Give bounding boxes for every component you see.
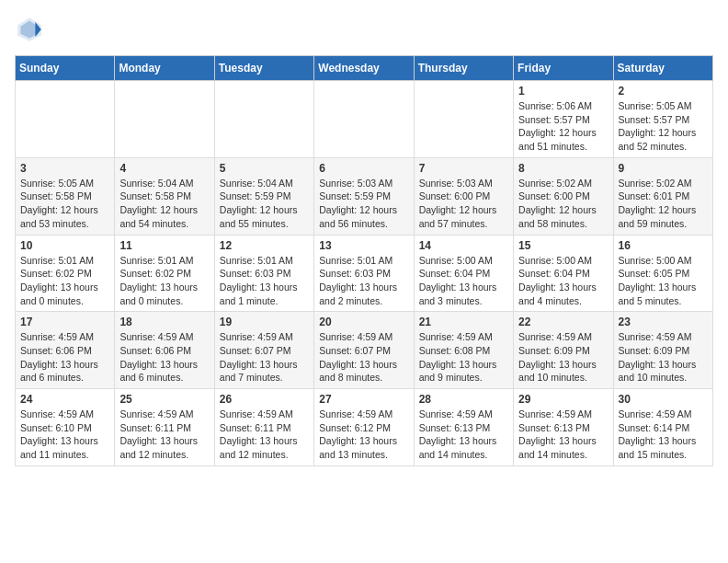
day-info: Sunrise: 5:05 AMSunset: 5:58 PMDaylight:… — [20, 177, 109, 231]
calendar-cell: 12Sunrise: 5:01 AMSunset: 6:03 PMDayligh… — [214, 235, 313, 312]
day-number: 19 — [220, 316, 309, 328]
day-number: 10 — [20, 239, 109, 252]
calendar-cell: 3Sunrise: 5:05 AMSunset: 5:58 PMDaylight… — [16, 157, 115, 235]
calendar-cell — [115, 81, 214, 158]
calendar-cell: 10Sunrise: 5:01 AMSunset: 6:02 PMDayligh… — [16, 235, 115, 312]
day-info: Sunrise: 5:03 AMSunset: 6:00 PMDaylight:… — [419, 177, 508, 231]
calendar-cell: 8Sunrise: 5:02 AMSunset: 6:00 PMDaylight… — [514, 157, 613, 235]
calendar-cell: 22Sunrise: 4:59 AMSunset: 6:09 PMDayligh… — [514, 312, 613, 389]
day-info: Sunrise: 4:59 AMSunset: 6:11 PMDaylight:… — [220, 408, 309, 462]
day-info: Sunrise: 5:01 AMSunset: 6:02 PMDaylight:… — [20, 254, 109, 308]
day-number: 27 — [319, 393, 408, 406]
day-number: 30 — [619, 393, 708, 406]
day-number: 20 — [319, 316, 408, 328]
calendar-week-4: 17Sunrise: 4:59 AMSunset: 6:06 PMDayligh… — [16, 312, 713, 389]
calendar-cell: 5Sunrise: 5:04 AMSunset: 5:59 PMDaylight… — [214, 157, 313, 235]
calendar-header-tuesday: Tuesday — [214, 56, 313, 81]
day-info: Sunrise: 5:02 AMSunset: 6:01 PMDaylight:… — [619, 177, 708, 231]
calendar-cell: 27Sunrise: 4:59 AMSunset: 6:12 PMDayligh… — [314, 389, 414, 466]
calendar: SundayMondayTuesdayWednesdayThursdayFrid… — [15, 55, 713, 466]
logo-icon — [15, 15, 44, 44]
calendar-header-monday: Monday — [115, 56, 214, 81]
calendar-cell: 15Sunrise: 5:00 AMSunset: 6:04 PMDayligh… — [514, 235, 613, 312]
day-info: Sunrise: 5:04 AMSunset: 5:58 PMDaylight:… — [119, 177, 209, 231]
day-number: 7 — [419, 162, 508, 175]
calendar-cell: 16Sunrise: 5:00 AMSunset: 6:05 PMDayligh… — [613, 235, 712, 312]
day-info: Sunrise: 4:59 AMSunset: 6:06 PMDaylight:… — [119, 330, 209, 385]
day-number: 11 — [119, 239, 209, 252]
calendar-cell — [414, 81, 513, 158]
day-info: Sunrise: 4:59 AMSunset: 6:06 PMDaylight:… — [20, 330, 109, 385]
day-info: Sunrise: 4:59 AMSunset: 6:13 PMDaylight:… — [518, 408, 608, 462]
day-info: Sunrise: 5:04 AMSunset: 5:59 PMDaylight:… — [220, 177, 309, 231]
calendar-header-wednesday: Wednesday — [314, 56, 414, 81]
day-info: Sunrise: 5:01 AMSunset: 6:02 PMDaylight:… — [119, 254, 209, 308]
day-info: Sunrise: 5:01 AMSunset: 6:03 PMDaylight:… — [220, 254, 309, 308]
day-number: 5 — [220, 162, 309, 175]
calendar-week-5: 24Sunrise: 4:59 AMSunset: 6:10 PMDayligh… — [16, 389, 713, 466]
calendar-cell: 19Sunrise: 4:59 AMSunset: 6:07 PMDayligh… — [214, 312, 313, 389]
calendar-cell: 28Sunrise: 4:59 AMSunset: 6:13 PMDayligh… — [414, 389, 513, 466]
day-number: 1 — [518, 85, 608, 98]
day-info: Sunrise: 5:00 AMSunset: 6:05 PMDaylight:… — [619, 254, 708, 308]
day-info: Sunrise: 4:59 AMSunset: 6:09 PMDaylight:… — [518, 330, 608, 385]
day-info: Sunrise: 4:59 AMSunset: 6:07 PMDaylight:… — [220, 330, 309, 385]
day-number: 21 — [419, 316, 508, 328]
calendar-header-friday: Friday — [514, 56, 613, 81]
calendar-cell: 4Sunrise: 5:04 AMSunset: 5:58 PMDaylight… — [115, 157, 214, 235]
calendar-header-thursday: Thursday — [414, 56, 513, 81]
day-info: Sunrise: 4:59 AMSunset: 6:11 PMDaylight:… — [119, 408, 209, 462]
day-number: 9 — [619, 162, 708, 175]
calendar-cell: 6Sunrise: 5:03 AMSunset: 5:59 PMDaylight… — [314, 157, 414, 235]
calendar-cell — [16, 81, 115, 158]
calendar-cell: 24Sunrise: 4:59 AMSunset: 6:10 PMDayligh… — [16, 389, 115, 466]
calendar-week-3: 10Sunrise: 5:01 AMSunset: 6:02 PMDayligh… — [16, 235, 713, 312]
calendar-cell: 11Sunrise: 5:01 AMSunset: 6:02 PMDayligh… — [115, 235, 214, 312]
day-number: 4 — [119, 162, 209, 175]
calendar-cell: 23Sunrise: 4:59 AMSunset: 6:09 PMDayligh… — [613, 312, 712, 389]
day-number: 29 — [518, 393, 608, 406]
day-info: Sunrise: 4:59 AMSunset: 6:12 PMDaylight:… — [319, 408, 408, 462]
calendar-cell: 13Sunrise: 5:01 AMSunset: 6:03 PMDayligh… — [314, 235, 414, 312]
calendar-cell: 2Sunrise: 5:05 AMSunset: 5:57 PMDaylight… — [613, 81, 712, 158]
calendar-cell: 18Sunrise: 4:59 AMSunset: 6:06 PMDayligh… — [115, 312, 214, 389]
day-number: 2 — [619, 85, 708, 98]
calendar-cell: 17Sunrise: 4:59 AMSunset: 6:06 PMDayligh… — [16, 312, 115, 389]
day-info: Sunrise: 5:00 AMSunset: 6:04 PMDaylight:… — [419, 254, 508, 308]
day-info: Sunrise: 4:59 AMSunset: 6:08 PMDaylight:… — [419, 330, 508, 385]
day-number: 23 — [619, 316, 708, 328]
day-info: Sunrise: 5:01 AMSunset: 6:03 PMDaylight:… — [319, 254, 408, 308]
day-info: Sunrise: 5:00 AMSunset: 6:04 PMDaylight:… — [518, 254, 608, 308]
calendar-cell: 1Sunrise: 5:06 AMSunset: 5:57 PMDaylight… — [514, 81, 613, 158]
day-number: 3 — [20, 162, 109, 175]
day-info: Sunrise: 5:02 AMSunset: 6:00 PMDaylight:… — [518, 177, 608, 231]
day-number: 14 — [419, 239, 508, 252]
day-info: Sunrise: 4:59 AMSunset: 6:10 PMDaylight:… — [20, 408, 109, 462]
day-info: Sunrise: 4:59 AMSunset: 6:13 PMDaylight:… — [419, 408, 508, 462]
day-info: Sunrise: 5:03 AMSunset: 5:59 PMDaylight:… — [319, 177, 408, 231]
day-number: 25 — [119, 393, 209, 406]
day-info: Sunrise: 4:59 AMSunset: 6:07 PMDaylight:… — [319, 330, 408, 385]
day-number: 18 — [119, 316, 209, 328]
calendar-header-saturday: Saturday — [613, 56, 712, 81]
day-number: 26 — [220, 393, 309, 406]
day-info: Sunrise: 5:05 AMSunset: 5:57 PMDaylight:… — [619, 99, 708, 154]
logo — [15, 15, 48, 44]
calendar-cell: 20Sunrise: 4:59 AMSunset: 6:07 PMDayligh… — [314, 312, 414, 389]
day-info: Sunrise: 4:59 AMSunset: 6:09 PMDaylight:… — [619, 330, 708, 385]
calendar-cell: 9Sunrise: 5:02 AMSunset: 6:01 PMDaylight… — [613, 157, 712, 235]
page-header — [15, 15, 713, 44]
day-number: 17 — [20, 316, 109, 328]
calendar-cell: 30Sunrise: 4:59 AMSunset: 6:14 PMDayligh… — [613, 389, 712, 466]
day-number: 22 — [518, 316, 608, 328]
calendar-cell — [214, 81, 313, 158]
day-number: 28 — [419, 393, 508, 406]
calendar-week-2: 3Sunrise: 5:05 AMSunset: 5:58 PMDaylight… — [16, 157, 713, 235]
calendar-cell: 21Sunrise: 4:59 AMSunset: 6:08 PMDayligh… — [414, 312, 513, 389]
day-number: 6 — [319, 162, 408, 175]
day-number: 12 — [220, 239, 309, 252]
day-number: 15 — [518, 239, 608, 252]
calendar-header-sunday: Sunday — [16, 56, 115, 81]
day-number: 24 — [20, 393, 109, 406]
calendar-cell: 7Sunrise: 5:03 AMSunset: 6:00 PMDaylight… — [414, 157, 513, 235]
